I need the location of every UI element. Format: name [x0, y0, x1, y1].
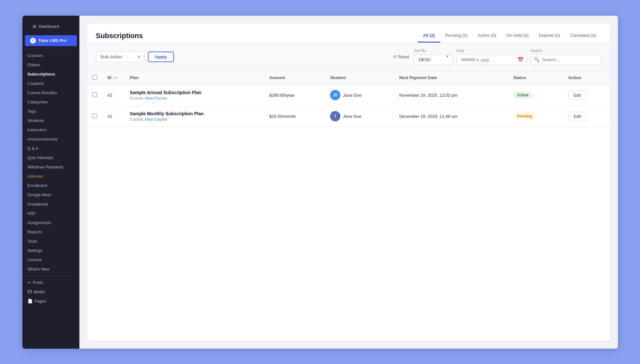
content-card: Subscriptions All (2) Pending (2) Active…: [87, 23, 610, 341]
edit-button-1[interactable]: Edit: [568, 112, 586, 121]
edit-button-0[interactable]: Edit: [568, 91, 586, 100]
row-student: T Jane Doe: [325, 106, 394, 127]
row-checkbox-0[interactable]: [92, 92, 97, 97]
row-plan: Sample Annual Subscription Plan Course: …: [125, 85, 264, 106]
search-input[interactable]: [531, 54, 601, 65]
col-student: Student: [325, 71, 394, 85]
sidebar-dashboard-label: Dashboard: [39, 24, 59, 29]
table-wrap: ID ▲▼ Plan Amount Student Next Payment D…: [87, 71, 610, 341]
reset-button[interactable]: ↺ Reset: [392, 52, 410, 62]
sidebar-item-dashboard[interactable]: ⊞ Dashboard: [28, 21, 74, 31]
sidebar-item-google-meet[interactable]: Google Meet: [22, 190, 79, 199]
plan-name: Sample Monthly Subscription Plan: [130, 111, 259, 116]
row-id: #2: [102, 85, 125, 106]
sidebar-item-gradebook[interactable]: Gradebook: [22, 199, 79, 209]
id-sort-group: ID ▲▼: [108, 75, 118, 80]
sidebar-item-enrollment[interactable]: Enrollment: [22, 181, 79, 190]
pages-icon: 📄: [28, 299, 33, 303]
student-name: Jane Doe: [343, 93, 361, 98]
row-action: Edit: [563, 106, 610, 127]
sidebar-item-whats-new[interactable]: What's New: [22, 264, 79, 274]
sidebar-item-withdraw-requests[interactable]: Withdraw Requests: [22, 162, 79, 172]
select-all-checkbox[interactable]: [92, 75, 97, 80]
tutor-icon: T: [30, 38, 36, 44]
tab-on-hold[interactable]: On Hold (0): [501, 29, 534, 43]
sidebar-item-coupons[interactable]: Coupons: [22, 79, 79, 88]
id-sort-arrows-icon[interactable]: ▲▼: [113, 76, 118, 79]
col-action: Action: [563, 71, 610, 85]
sidebar-item-categories[interactable]: Categories: [22, 97, 79, 107]
sidebar-item-pages[interactable]: 📄 Pages: [22, 296, 79, 306]
plan-course: Course: New Course: [130, 96, 259, 101]
date-label: Date: [457, 49, 527, 53]
sidebar-item-add-ons[interactable]: Add-ons: [22, 172, 79, 181]
reset-icon: ↺: [393, 54, 397, 59]
tab-active[interactable]: Active (0): [473, 29, 501, 43]
dashboard-icon: ⊞: [33, 24, 36, 29]
status-badge: Pending: [513, 113, 536, 120]
search-icon: 🔍: [534, 57, 539, 62]
date-group: Date 📅: [457, 49, 527, 65]
plan-course-link[interactable]: New Course: [145, 96, 167, 101]
sidebar-item-quiz-attempts[interactable]: Quiz Attempts: [22, 153, 79, 162]
sidebar-item-settings[interactable]: Settings: [22, 246, 79, 255]
plan-course-link[interactable]: New Course: [145, 117, 167, 122]
row-action: Edit: [563, 85, 610, 106]
sidebar-item-subscriptions[interactable]: Subscriptions: [22, 69, 79, 79]
row-plan: Sample Monthly Subscription Plan Course:…: [125, 106, 264, 127]
apply-button[interactable]: Apply: [148, 52, 174, 62]
toolbar: Bulk Action ▼ Apply ↺ Reset Sort By D: [87, 43, 610, 71]
sidebar-item-orders[interactable]: Orders: [22, 60, 79, 69]
table-row: #1 Sample Monthly Subscription Plan Cour…: [87, 106, 610, 127]
row-student: JD Jane Doe: [325, 85, 394, 106]
table-row: #2 Sample Annual Subscription Plan Cours…: [87, 85, 610, 106]
search-wrap: 🔍: [531, 54, 601, 65]
row-id: #1: [102, 106, 125, 127]
row-status: Pending: [508, 106, 563, 127]
sidebar-item-assignments[interactable]: Assignments: [22, 218, 79, 227]
col-id: ID ▲▼: [102, 71, 125, 85]
sidebar-item-announcements[interactable]: Announcements: [22, 134, 79, 144]
sidebar-item-posts[interactable]: ✏ Posts: [22, 278, 79, 287]
sidebar-item-courses[interactable]: Courses: [22, 51, 79, 60]
bulk-action-select[interactable]: Bulk Action: [96, 52, 144, 62]
sidebar-tutor-label: Tutor LMS Pro: [38, 38, 67, 43]
sidebar-item-media[interactable]: 🎞 Media: [22, 287, 79, 296]
avatar: JD: [330, 90, 340, 100]
tabs-container: All (2) Pending (2) Active (0) On Hold (…: [418, 29, 601, 43]
page-title: Subscriptions: [96, 32, 143, 40]
col-amount: Amount: [264, 71, 325, 85]
sidebar-item-reports[interactable]: Reports: [22, 227, 79, 237]
sidebar-item-tools[interactable]: Tools: [22, 237, 79, 246]
sort-select[interactable]: DESC ASC: [414, 54, 453, 65]
sidebar-item-license[interactable]: License: [22, 255, 79, 264]
sort-by-label: Sort By: [414, 49, 453, 53]
sidebar-tutor-lms[interactable]: T Tutor LMS Pro: [25, 35, 77, 46]
row-amount: $290.00/year: [264, 85, 325, 106]
avatar: T: [330, 111, 340, 121]
row-next-payment: November 19, 2025, 12:02 pm: [394, 85, 508, 106]
media-icon: 🎞: [28, 289, 32, 294]
subscriptions-table: ID ▲▼ Plan Amount Student Next Payment D…: [87, 71, 610, 127]
row-checkbox-cell: [87, 85, 102, 106]
plan-course: Course: New Course: [130, 117, 259, 122]
tab-pending[interactable]: Pending (2): [440, 29, 473, 43]
row-checkbox-1[interactable]: [92, 113, 97, 118]
student-name: Jane Doe: [343, 114, 361, 119]
tab-all[interactable]: All (2): [418, 29, 440, 43]
status-badge: Active: [513, 92, 532, 99]
sidebar-item-tags[interactable]: Tags: [22, 107, 79, 116]
sidebar-item-qa[interactable]: Q & A: [22, 144, 79, 153]
date-input[interactable]: [457, 54, 527, 65]
row-status: Active: [508, 85, 563, 106]
tab-expired[interactable]: Expired (0): [534, 29, 565, 43]
row-amount: $25.00/month: [264, 106, 325, 127]
sidebar-item-instructors[interactable]: Instructors: [22, 125, 79, 134]
sidebar-item-h5p[interactable]: H5P: [22, 209, 79, 218]
col-next-payment: Next Payment Date: [394, 71, 508, 85]
sidebar-item-course-bundles[interactable]: Course Bundles: [22, 88, 79, 97]
search-label: Search: [531, 49, 601, 53]
tab-cancelled[interactable]: Cancelled (0): [565, 29, 601, 43]
row-next-payment: December 19, 2024, 11:48 am: [394, 106, 508, 127]
sidebar-item-students[interactable]: Students: [22, 116, 79, 125]
